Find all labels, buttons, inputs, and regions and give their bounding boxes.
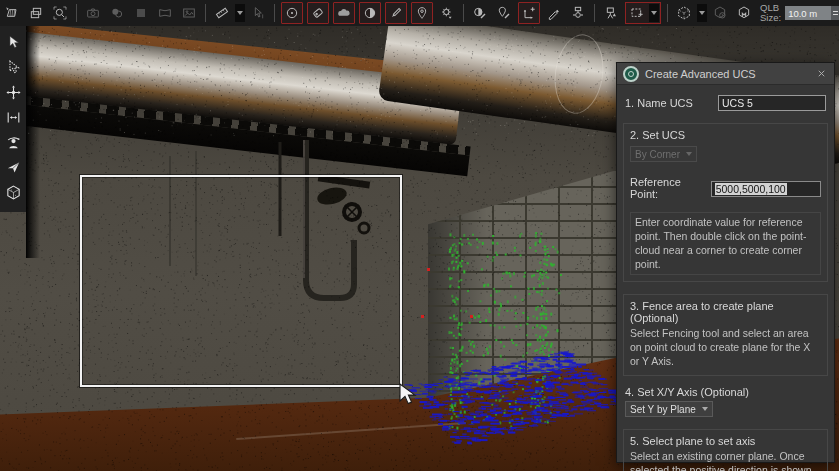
classification-edit-icon[interactable] [470,3,490,23]
fence-area-label: 3. Fence area to create plane (Optional) [630,300,821,324]
probe-cursor-icon[interactable] [248,3,268,23]
set-axis-section: 4. Set X/Y Axis (Optional) Set Y by Plan… [623,386,828,417]
measure-link-icon[interactable] [385,2,407,24]
toolbar-separator [667,4,668,22]
qlb-cube-time-icon[interactable] [710,3,730,23]
dialog-title: Create Advanced UCS [645,68,814,80]
measure-tool-icon[interactable] [212,3,232,23]
ucs-name-input[interactable]: UCS 5 [718,95,826,111]
plane-help-text: Select an existing corner plane. Once se… [630,450,821,471]
set-ucs-group: 2. Set UCS By Corner Reference Point: 50… [623,123,828,282]
qlb-cube-icon[interactable] [674,3,694,23]
fence-selection-dropdown[interactable] [649,4,659,22]
location-pin-icon[interactable] [411,2,433,24]
fence-selection-rectangle[interactable] [80,175,402,387]
ucs-dialog-icon [623,66,639,82]
qlb-size-label: QLBSize: [760,3,781,23]
select-plane-label: 5. Select plane to set axis [630,435,821,447]
measure-dropdown[interactable] [235,4,245,22]
qlb-size-input[interactable]: 10.0 m [785,6,831,20]
solid-view-icon[interactable] [131,3,151,23]
select-cursor-icon[interactable] [2,30,24,55]
qlb-size-control: QLBSize: 10.0 m [760,3,839,23]
close-icon[interactable] [814,67,828,81]
fence-area-group: 3. Fence area to create plane (Optional)… [623,294,828,376]
ucs-method-dropdown: By Corner [630,146,697,162]
cube-view-icon[interactable] [2,180,24,205]
pan-constrained-icon[interactable] [2,105,24,130]
panorama-view-icon[interactable] [155,3,175,23]
scan-station-icon[interactable] [601,3,621,23]
create-advanced-ucs-dialog: Create Advanced UCS 1. Name UCS UCS 5 2.… [616,62,835,463]
set-ucs-label: 2. Set UCS [630,129,821,141]
create-ucs-icon[interactable] [518,2,540,24]
dialog-titlebar[interactable]: Create Advanced UCS [617,63,834,85]
walkthrough-icon[interactable] [2,130,24,155]
dialog-body: 1. Name UCS UCS 5 2. Set UCS By Corner R… [617,85,834,471]
settings-gear-icon[interactable] [437,3,457,23]
deselect-cursor-icon[interactable] [2,55,24,80]
qlb-cube-dropdown[interactable] [697,4,707,22]
fence-selection-icon[interactable] [627,3,647,23]
point-cloud-icon[interactable] [333,2,355,24]
dimension-view-icon[interactable] [568,3,588,23]
toolbar-separator [463,4,464,22]
scan-target-icon[interactable] [281,2,303,24]
pen-tool-icon[interactable] [544,3,564,23]
fence-help-text: Select Fencing tool and select an area o… [630,327,821,369]
navigate-move-icon[interactable] [2,80,24,105]
fly-icon[interactable] [2,155,24,180]
set-axis-label: 4. Set X/Y Axis (Optional) [625,386,826,398]
navigation-toolbar [0,26,26,212]
fence-selection-group[interactable] [625,2,661,24]
snapshot-camera-icon[interactable] [83,3,103,23]
toolbar-separator [76,4,77,22]
reference-point-input[interactable]: 5000,5000,100 [711,181,821,197]
point-cloud-application-window: QLBSize: 10.0 m [0,0,839,471]
reference-help-text: Enter coordinate value for reference poi… [630,212,821,275]
qlb-size-stepper[interactable] [831,6,839,20]
pin-edit-icon[interactable] [494,3,514,23]
mouse-cursor [397,383,419,407]
toolbar-separator [274,4,275,22]
toolbar-separator [594,4,595,22]
top-toolbar: QLBSize: 10.0 m [0,0,839,26]
overlap-windows-icon[interactable] [26,3,46,23]
axis-mode-dropdown[interactable]: Set Y by Plane [625,401,713,417]
point-spheres-icon[interactable] [107,3,127,23]
zoom-to-selection-icon[interactable] [50,3,70,23]
toolbar-separator [205,4,206,22]
qlb-cube-m-icon[interactable] [734,3,754,23]
fence-export-icon[interactable] [2,3,22,23]
sphere-target-icon[interactable] [359,2,381,24]
reference-point-label: Reference Point: [630,176,711,200]
name-ucs-label: 1. Name UCS [625,97,693,109]
select-plane-group: 5. Select plane to set axis Select an ex… [623,429,828,471]
tag-icon[interactable] [307,2,329,24]
image-view-icon[interactable] [179,3,199,23]
